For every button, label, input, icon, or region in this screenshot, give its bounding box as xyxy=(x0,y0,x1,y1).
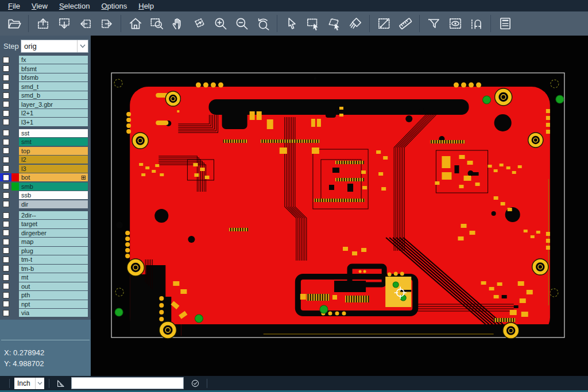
layer-color-swatch[interactable] xyxy=(11,165,19,173)
zoom-previous-icon[interactable] xyxy=(252,13,273,34)
layer-row-via[interactable]: via xyxy=(0,309,91,317)
layer-color-swatch[interactable] xyxy=(11,56,19,64)
layer-row-pth[interactable]: pth xyxy=(0,291,91,299)
layer-row-smd_b[interactable]: smd_b xyxy=(0,91,91,99)
layer-color-swatch[interactable] xyxy=(11,273,19,281)
select-polygon-icon[interactable] xyxy=(323,13,345,34)
layer-row-tm-t[interactable]: tm-t xyxy=(0,255,91,263)
layer-checkbox-smd_b[interactable] xyxy=(0,91,11,99)
layer-row-smd_t[interactable]: smd_t xyxy=(0,82,91,90)
zoom-in-icon[interactable] xyxy=(210,13,231,34)
layer-row-bfsmt[interactable]: bfsmt xyxy=(0,64,91,72)
layer-checkbox-smb[interactable] xyxy=(0,183,11,191)
layer-color-swatch[interactable] xyxy=(11,129,19,137)
layer-row-smt[interactable]: smt xyxy=(0,138,91,146)
layer-row-ssb[interactable]: ssb xyxy=(0,191,91,199)
layer-color-swatch[interactable] xyxy=(11,64,19,72)
layer-color-swatch[interactable] xyxy=(11,255,19,263)
layer-color-swatch[interactable] xyxy=(11,91,19,99)
command-input[interactable] xyxy=(71,377,184,389)
corner-origin-icon[interactable] xyxy=(54,377,68,390)
layer-checkbox-npt[interactable] xyxy=(0,300,11,308)
layer-row-smb[interactable]: smb xyxy=(0,183,91,191)
layer-color-swatch[interactable] xyxy=(11,247,19,255)
brush-icon[interactable] xyxy=(345,13,366,34)
layer-checkbox-2dir--[interactable] xyxy=(0,211,11,219)
open-project-icon[interactable] xyxy=(3,13,25,34)
report-panel-icon[interactable] xyxy=(494,13,516,34)
layer-row-sst[interactable]: sst xyxy=(0,129,91,137)
layer-color-swatch[interactable] xyxy=(11,265,19,273)
layer-row-l2[interactable]: l2 xyxy=(0,156,91,164)
layer-row-mt[interactable]: mt xyxy=(0,273,91,281)
step-select[interactable]: orig xyxy=(21,40,88,53)
layer-row-plug[interactable]: plug xyxy=(0,247,91,255)
layer-row-npt[interactable]: npt xyxy=(0,300,91,308)
layer-row-top[interactable]: top xyxy=(0,147,91,155)
measure-line-icon[interactable] xyxy=(373,13,394,34)
eye-box-icon[interactable] xyxy=(444,13,466,34)
layer-checkbox-bfsmb[interactable] xyxy=(0,73,11,81)
layer-row-bot[interactable]: bot⊞ xyxy=(0,173,91,181)
layer-color-swatch[interactable] xyxy=(11,229,19,237)
hand-pan-icon[interactable] xyxy=(167,13,188,34)
layer-checkbox-dirgerber[interactable] xyxy=(0,229,11,237)
filter-funnel-icon[interactable] xyxy=(423,13,444,34)
layer-color-swatch[interactable] xyxy=(11,82,19,90)
layer-checkbox-l2[interactable] xyxy=(0,156,11,164)
layer-color-swatch[interactable] xyxy=(11,291,19,299)
layer-row-l3[interactable]: l3 xyxy=(0,165,91,173)
layer-checkbox-top[interactable] xyxy=(0,147,11,155)
menu-options[interactable]: Options xyxy=(95,1,133,11)
layer-checkbox-target[interactable] xyxy=(0,220,11,228)
pcb-canvas[interactable] xyxy=(91,36,588,376)
layer-color-swatch[interactable] xyxy=(11,238,19,246)
layer-row-map[interactable]: map xyxy=(0,238,91,246)
layer-color-swatch[interactable] xyxy=(11,300,19,308)
layer-color-swatch[interactable] xyxy=(11,220,19,228)
chevron-down-icon[interactable] xyxy=(77,40,88,52)
layer-row-dir[interactable]: dir xyxy=(0,200,91,208)
layer-checkbox-sst[interactable] xyxy=(0,129,11,137)
layer-color-swatch[interactable] xyxy=(11,282,19,290)
menu-file[interactable]: File xyxy=(2,1,26,11)
ruler-icon[interactable] xyxy=(394,13,416,34)
layer-row-2dir--[interactable]: 2dir-- xyxy=(0,211,91,219)
layer-row-dirgerber[interactable]: dirgerber xyxy=(0,229,91,237)
layer-row-layer_3.gbr[interactable]: layer_3.gbr xyxy=(0,100,91,108)
layer-row-l2+1[interactable]: l2+1 xyxy=(0,109,91,117)
layer-color-swatch[interactable] xyxy=(11,211,19,219)
layer-row-target[interactable]: target xyxy=(0,220,91,228)
layer-checkbox-layer_3.gbr[interactable] xyxy=(0,100,11,108)
pan-up-icon[interactable] xyxy=(32,13,53,34)
snap-magnet-icon[interactable] xyxy=(466,13,487,34)
zoom-dynamic-icon[interactable] xyxy=(188,13,210,34)
layer-color-swatch[interactable] xyxy=(11,100,19,108)
pan-left-icon[interactable] xyxy=(75,13,96,34)
layer-checkbox-bot[interactable] xyxy=(0,173,11,181)
menu-help[interactable]: Help xyxy=(133,1,160,11)
layer-color-swatch[interactable] xyxy=(11,118,19,126)
unit-select[interactable]: Inch xyxy=(14,378,44,389)
zoom-window-icon[interactable] xyxy=(146,13,167,34)
layer-color-swatch[interactable] xyxy=(11,138,19,146)
layer-color-swatch[interactable] xyxy=(11,156,19,164)
layer-checkbox-dir[interactable] xyxy=(0,200,11,208)
layer-checkbox-smd_t[interactable] xyxy=(0,82,11,90)
layer-checkbox-pth[interactable] xyxy=(0,291,11,299)
layer-checkbox-tm-b[interactable] xyxy=(0,265,11,273)
layer-color-swatch[interactable] xyxy=(11,173,19,181)
layer-checkbox-via[interactable] xyxy=(0,309,11,317)
layer-color-swatch[interactable] xyxy=(11,191,19,199)
layer-checkbox-l3[interactable] xyxy=(0,165,11,173)
layer-row-fx[interactable]: fx xyxy=(0,56,91,64)
layer-checkbox-tm-t[interactable] xyxy=(0,255,11,263)
layer-color-swatch[interactable] xyxy=(11,73,19,81)
sync-check-icon[interactable] xyxy=(188,377,202,390)
layer-checkbox-map[interactable] xyxy=(0,238,11,246)
layer-checkbox-out[interactable] xyxy=(0,282,11,290)
layer-row-tm-b[interactable]: tm-b xyxy=(0,265,91,273)
select-cursor-icon[interactable] xyxy=(281,13,302,34)
layer-checkbox-l3+1[interactable] xyxy=(0,118,11,126)
pan-right-icon[interactable] xyxy=(96,13,117,34)
